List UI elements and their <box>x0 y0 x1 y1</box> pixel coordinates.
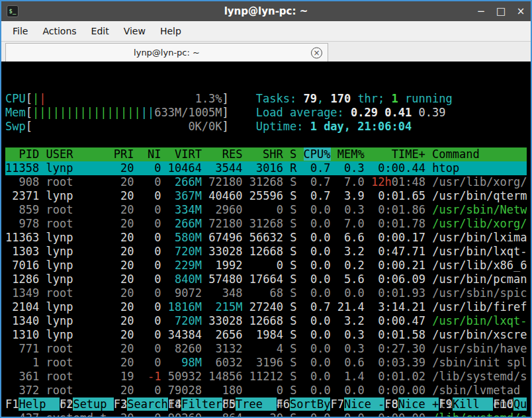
blank-line <box>5 134 527 147</box>
tab-close-icon[interactable]: × <box>311 47 322 58</box>
cpu-meter-bar: | <box>39 92 46 105</box>
column-header-pid[interactable]: PID <box>5 147 39 161</box>
process-row[interactable]: 859 root 20 0 334M 2960 0 S 0.0 0.3 0:01… <box>5 203 527 217</box>
close-icon[interactable]: × <box>516 5 525 17</box>
mem-meter-label: Mem <box>5 106 26 119</box>
column-header-pri[interactable]: PRI <box>114 147 134 161</box>
process-row[interactable]: 1286 lynp 20 0 840M 57480 17664 S 0.0 5.… <box>5 272 527 286</box>
terminal[interactable]: CPU[|| 1.3%] Tasks: 79, 170 thr; 1 runni… <box>1 62 531 417</box>
process-row[interactable]: 2104 lynp 20 0 1816M 215M 27240 S 0.7 21… <box>5 300 527 314</box>
column-header-s[interactable]: S <box>290 147 296 161</box>
cpu-meter-value: 1.3% <box>195 92 222 105</box>
column-header-virt[interactable]: VIRT <box>168 147 202 161</box>
mem-meter-line: Mem[||||||||||||||||||633M/1005M] Load a… <box>5 106 527 120</box>
menu-actions[interactable]: Actions <box>35 22 83 40</box>
table-header: PID USER PRI NI VIRT RES SHR S CPU% MEM%… <box>5 147 527 161</box>
fnkey-f2[interactable]: F2Setup <box>60 397 114 411</box>
process-row[interactable]: 978 root 20 0 266M 72180 31268 S 0.0 7.0… <box>5 217 527 231</box>
terminal-window: $_ lynp@lyn-pc: ~ − □ × File Actions Edi… <box>0 0 532 418</box>
load-info: Load average: 0.29 0.41 0.39 <box>256 106 446 119</box>
column-header-shr[interactable]: SHR <box>249 147 283 161</box>
process-row[interactable]: 771 root 20 0 8260 3132 4 S 0.0 0.3 0:27… <box>5 342 527 356</box>
column-header-ni[interactable]: NI <box>141 147 161 161</box>
terminal-tab[interactable]: lynp@lyn-pc: ~ × <box>5 43 328 62</box>
column-header-res[interactable]: RES <box>208 147 242 161</box>
fnkey-f7[interactable]: F7Nice - <box>330 397 384 411</box>
menu-file[interactable]: File <box>5 22 35 40</box>
column-header-time[interactable]: TIME+ <box>371 147 425 161</box>
process-row[interactable]: 908 root 20 0 266M 72180 31268 S 0.7 7.0… <box>5 175 527 189</box>
menu-view[interactable]: View <box>116 22 153 40</box>
titlebar-left: $_ <box>7 5 60 17</box>
column-header-cpu[interactable]: CPU% <box>304 147 331 161</box>
mem-meter-bar: |||||||||||||||| <box>32 106 141 119</box>
process-row[interactable]: 1 root 20 0 98M 6032 3196 S 0.0 0.6 0:03… <box>5 356 527 370</box>
titlebar[interactable]: $_ lynp@lyn-pc: ~ − □ × <box>1 1 531 21</box>
swp-meter-label: Swp <box>5 120 26 133</box>
process-row[interactable]: 361 root 19 -1 50932 14856 11212 S 0.0 1… <box>5 370 527 384</box>
fnkey-f6[interactable]: F6SortBy <box>277 397 331 411</box>
fnkey-f9[interactable]: F9Kill <box>439 397 493 411</box>
maximize-icon[interactable]: □ <box>496 5 506 17</box>
column-header-command[interactable]: Command <box>432 147 527 161</box>
tab-title: lynp@lyn-pc: ~ <box>134 48 200 58</box>
uptime-info: Uptime: 1 day, 21:06:04 <box>256 120 412 133</box>
process-row[interactable]: 11358 lynp 20 0 10464 3544 3016 R 0.7 0.… <box>5 161 527 175</box>
cpu-meter-line: CPU[|| 1.3%] Tasks: 79, 170 thr; 1 runni… <box>5 92 527 106</box>
process-row[interactable]: 1303 lynp 20 0 720M 33028 12668 S 0.0 3.… <box>5 245 527 259</box>
tab-close-glyph: × <box>313 49 320 57</box>
minimize-icon[interactable]: − <box>476 5 486 17</box>
swp-meter-line: Swp[ 0K/0K] Uptime: 1 day, 21:06:04 <box>5 120 527 134</box>
fnkey-f1[interactable]: F1Help <box>5 397 60 411</box>
function-key-bar: F1Help F2Setup F3SearchF4FilterF5Tree F6… <box>5 397 527 411</box>
fnkey-f4[interactable]: F4Filter <box>168 397 222 411</box>
process-row[interactable]: 372 root 20 0 79028 180 0 S 0.0 0.0 0:00… <box>5 384 527 397</box>
process-row[interactable]: 1340 lynp 20 0 720M 33028 12668 S 0.0 3.… <box>5 314 527 328</box>
menubar: File Actions Edit View Help <box>1 21 531 42</box>
mem-meter-value: 633M/1005M <box>154 106 222 119</box>
fnkey-f3[interactable]: F3Search <box>114 397 168 411</box>
menu-help[interactable]: Help <box>153 22 189 40</box>
column-header-user[interactable]: USER <box>46 147 107 161</box>
mem-meter-bar: || <box>141 106 154 119</box>
cpu-meter-bar: | <box>32 92 39 105</box>
cpu-meter-label: CPU <box>5 92 26 105</box>
process-row[interactable]: 11363 lynp 20 0 580M 67496 56632 S 0.0 6… <box>5 231 527 245</box>
tabbar: lynp@lyn-pc: ~ × <box>1 42 531 62</box>
window-controls: − □ × <box>472 5 525 17</box>
process-row[interactable]: 1310 lynp 20 0 34384 2656 1984 S 0.0 0.3… <box>5 328 527 342</box>
fnkey-f10[interactable]: F10Quit <box>493 397 527 411</box>
column-header-mem[interactable]: MEM% <box>337 147 365 161</box>
process-row[interactable]: 7016 lynp 20 0 229M 1992 0 S 0.0 0.2 0:0… <box>5 259 527 272</box>
fnkey-f8[interactable]: F8Nice + <box>384 397 439 411</box>
terminal-app-icon-glyph: $_ <box>9 8 17 15</box>
menu-edit[interactable]: Edit <box>84 22 116 40</box>
tasks-info: Tasks: 79, 170 thr; 1 running <box>256 92 453 105</box>
process-row[interactable]: 427 systemd-t 20 0 90260 864 20 S 0.0 0.… <box>5 411 527 417</box>
htop-output: CPU[|| 1.3%] Tasks: 79, 170 thr; 1 runni… <box>5 92 531 417</box>
process-row[interactable]: 2371 lynp 20 0 367M 40460 25596 S 0.7 3.… <box>5 189 527 203</box>
fnkey-f5[interactable]: F5Tree <box>222 397 277 411</box>
swp-meter-value: 0K/0K <box>188 120 222 133</box>
process-row[interactable]: 1349 root 20 0 9072 348 68 S 0.0 0.0 0:0… <box>5 286 527 300</box>
terminal-app-icon: $_ <box>7 5 19 17</box>
window-title: lynp@lyn-pc: ~ <box>60 5 472 17</box>
